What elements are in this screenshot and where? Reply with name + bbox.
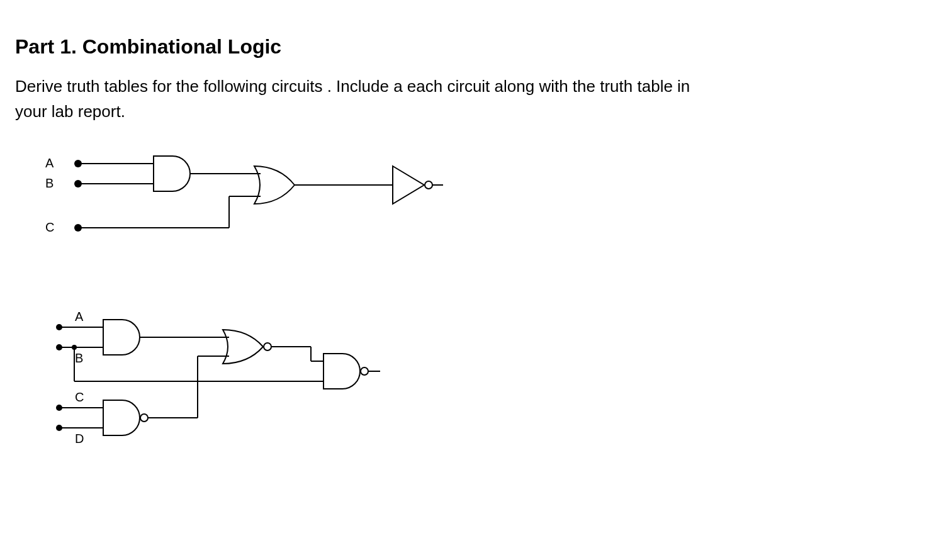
not-gate-icon	[393, 166, 424, 204]
circuit-2: A B C D	[40, 307, 919, 452]
input-label-b: B	[45, 176, 53, 190]
nand-gate-final-icon	[324, 354, 360, 389]
input-label-c: C	[45, 220, 54, 234]
inverter-bubble-icon	[425, 181, 432, 189]
nand-bubble-final-icon	[361, 367, 368, 375]
input-label-d2: D	[75, 432, 84, 445]
and-gate-top-icon	[103, 320, 140, 355]
nor-bubble-icon	[264, 343, 271, 350]
input-label-b2: B	[75, 351, 83, 365]
input-label-a2: A	[75, 310, 84, 323]
input-label-c2: C	[75, 390, 84, 404]
instructions-text: Derive truth tables for the following ci…	[15, 74, 707, 125]
circuit-1-svg: A B C	[40, 150, 493, 263]
nand-bubble-bottom-icon	[140, 414, 148, 422]
nor-gate-icon	[223, 330, 263, 364]
input-label-a: A	[45, 156, 54, 170]
or-gate-icon	[254, 166, 295, 204]
and-gate-icon	[154, 156, 190, 191]
circuit-1: A B C	[40, 150, 919, 263]
page-title: Part 1. Combinational Logic	[15, 35, 919, 59]
circuit-2-svg: A B C D	[40, 307, 430, 452]
nand-gate-bottom-icon	[103, 400, 140, 435]
